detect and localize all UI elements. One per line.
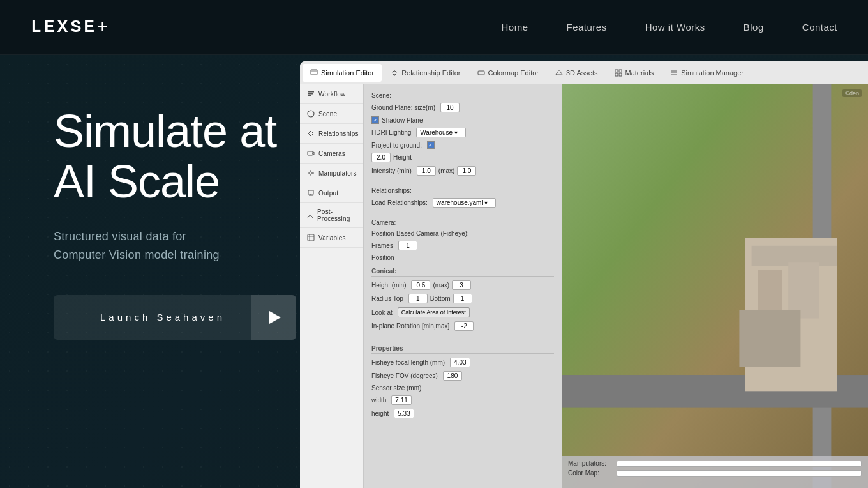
project-ground-checkbox[interactable] xyxy=(427,141,435,149)
tab-simulation-editor[interactable]: Simulation Editor xyxy=(303,64,382,82)
manipulators-bar-bg xyxy=(617,461,862,467)
hdri-label: HDRI Lighting xyxy=(371,129,411,136)
shadow-plane-row: Shadow Plane xyxy=(371,116,554,124)
height-min-value[interactable]: 0.5 xyxy=(411,280,430,290)
launch-button-label: Launch Seahaven xyxy=(54,312,251,323)
scene-label: Scene: xyxy=(371,92,410,99)
ground-plane-label: Ground Plane: size(m) xyxy=(371,104,435,111)
relationships-header-row: Relationships: xyxy=(371,187,554,194)
sidebar-item-relationships[interactable]: Relationships xyxy=(300,124,363,144)
focal-length-label: Fisheye focal length (mm) xyxy=(371,359,445,366)
hero-title: Simulate at AI Scale xyxy=(54,106,300,207)
manipulators-label: Manipulators: xyxy=(568,460,613,467)
materials-icon xyxy=(615,69,622,77)
frames-label: Frames xyxy=(371,242,393,249)
look-at-row: Look at Calculate Area of Interest xyxy=(371,307,554,317)
fov-value[interactable]: 180 xyxy=(443,371,462,381)
tab-3d-assets[interactable]: 3D Assets xyxy=(548,64,606,82)
svg-rect-8 xyxy=(619,70,622,72)
svg-rect-14 xyxy=(308,91,314,93)
ground-plane-value[interactable]: 10 xyxy=(440,103,460,112)
logo-text: LEXSE+ xyxy=(31,17,110,37)
map-label: ©den xyxy=(842,89,862,97)
variables-icon xyxy=(306,233,315,242)
play-button[interactable] xyxy=(251,295,296,340)
colormap-editor-icon xyxy=(477,69,485,77)
bottom-value[interactable]: 1 xyxy=(453,294,472,303)
rotation-value[interactable]: -2 xyxy=(454,321,474,331)
radius-top-label: Radius Top xyxy=(371,295,403,302)
frames-value[interactable]: 1 xyxy=(398,241,417,250)
tab-bar: Simulation Editor Relationship Editor Co… xyxy=(300,61,868,84)
intensity-label: Intensity (min) xyxy=(371,167,412,174)
simulation-manager-icon xyxy=(670,69,678,77)
sidebar-post-processing-label: Post-Processing xyxy=(317,208,357,222)
logo[interactable]: LEXSE+ xyxy=(31,17,110,37)
tab-colormap-editor[interactable]: Colormap Editor xyxy=(470,64,546,82)
rotation-row: In-plane Rotation [min,max] -2 xyxy=(371,321,554,331)
hdri-row: HDRI Lighting Warehouse ▾ xyxy=(371,128,554,137)
tab-materials[interactable]: Materials xyxy=(607,64,662,82)
load-rel-dropdown[interactable]: warehouse.yaml ▾ xyxy=(433,198,497,208)
nav-contact[interactable]: Contact xyxy=(802,22,837,33)
sidebar-item-scene[interactable]: Scene xyxy=(300,104,363,124)
content-area: Scene: Ground Plane: size(m) 10 Shadow P… xyxy=(364,84,868,488)
intensity-min-value[interactable]: 1.0 xyxy=(417,166,436,176)
calculate-area-button[interactable]: Calculate Area of Interest xyxy=(398,307,470,317)
sensor-size-label: Sensor size (mm) xyxy=(371,385,421,392)
tab-relationship-editor[interactable]: Relationship Editor xyxy=(383,64,468,82)
post-processing-icon xyxy=(306,211,314,220)
properties-panel: Scene: Ground Plane: size(m) 10 Shadow P… xyxy=(364,84,562,488)
workflow-icon xyxy=(306,89,315,98)
focal-length-value[interactable]: 4.03 xyxy=(450,358,470,367)
svg-marker-6 xyxy=(556,70,562,75)
svg-rect-18 xyxy=(308,151,313,155)
height-max-value[interactable]: 3 xyxy=(452,280,471,290)
height2-value[interactable]: 5.33 xyxy=(394,409,414,418)
svg-rect-38 xyxy=(739,310,800,367)
width-value[interactable]: 7.11 xyxy=(391,395,411,405)
properties-section-title: Properties xyxy=(371,345,554,354)
svg-rect-9 xyxy=(615,73,618,76)
intensity-max-value[interactable]: 1.0 xyxy=(457,166,476,176)
height-max-label: (max) xyxy=(433,282,449,289)
launch-button[interactable]: Launch Seahaven xyxy=(54,295,296,340)
frames-row: Frames 1 xyxy=(371,241,554,250)
ground-plane-row: Ground Plane: size(m) 10 xyxy=(371,103,554,112)
scene-row: Scene: xyxy=(371,92,554,99)
sidebar-output-label: Output xyxy=(318,190,338,197)
hdri-dropdown[interactable]: Warehouse ▾ xyxy=(416,128,466,137)
sidebar-item-post-processing[interactable]: Post-Processing xyxy=(300,203,363,228)
camera-type-row: Position-Based Camera (Fisheye): xyxy=(371,230,554,237)
nav-blog[interactable]: Blog xyxy=(744,22,764,33)
position-row: Position xyxy=(371,254,554,261)
tab-simulation-manager[interactable]: Simulation Manager xyxy=(662,64,751,82)
play-icon xyxy=(269,311,281,324)
sidebar-item-workflow[interactable]: Workflow xyxy=(300,84,363,104)
sidebar-scene-label: Scene xyxy=(318,111,337,118)
relationships-header-label: Relationships: xyxy=(371,187,412,194)
nav-home[interactable]: Home xyxy=(501,22,528,33)
radius-top-value[interactable]: 1 xyxy=(408,294,428,303)
sidebar-manipulators-label: Manipulators xyxy=(318,170,357,177)
sidebar-item-output[interactable]: Output xyxy=(300,183,363,203)
sidebar-item-variables[interactable]: Variables xyxy=(300,228,363,248)
manipulators-bar: Manipulators: Color Map: xyxy=(562,456,868,488)
conical-title: Conical: xyxy=(371,268,554,277)
height-value[interactable]: 2.0 xyxy=(371,153,391,162)
shadow-plane-checkbox[interactable] xyxy=(371,116,379,124)
focal-length-row: Fisheye focal length (mm) 4.03 xyxy=(371,358,554,367)
look-at-label: Look at xyxy=(371,309,393,316)
bottom-label: Bottom xyxy=(430,295,451,302)
svg-rect-7 xyxy=(615,70,618,72)
height-min-label: Height (min) xyxy=(371,282,406,289)
sidebar-item-manipulators[interactable]: Manipulators xyxy=(300,164,363,183)
simulation-editor-icon xyxy=(310,69,318,77)
camera-header-label: Camera: xyxy=(371,219,410,226)
manipulators-row: Manipulators: xyxy=(568,460,862,467)
ui-panel: Simulation Editor Relationship Editor Co… xyxy=(300,61,868,488)
nav-how-it-works[interactable]: How it Works xyxy=(645,22,705,33)
viewport: ©den Manipulators: Color Map: xyxy=(562,84,868,488)
sidebar-item-cameras[interactable]: Cameras xyxy=(300,144,363,164)
nav-features[interactable]: Features xyxy=(566,22,606,33)
